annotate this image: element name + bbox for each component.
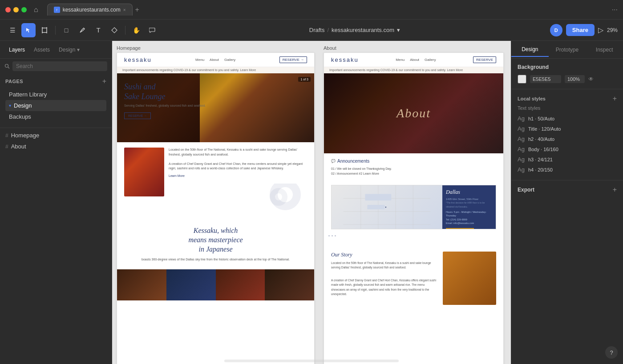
tab-close-btn[interactable]: × [123,8,126,12]
tab-favicon: f [54,7,60,13]
text-style-h4[interactable]: Ag h4 · 20/150 [518,164,617,175]
inspect-tab[interactable]: Inspect [586,43,623,56]
local-styles-title: Local styles [518,96,546,101]
about-layer-item[interactable]: # About [0,141,112,152]
assets-tab[interactable]: Assets [30,45,53,55]
breadcrumb-drafts[interactable]: Drafts [309,27,325,33]
design-panel-tab[interactable]: Design ▾ [55,45,83,55]
breadcrumb-file[interactable]: kessakurestaurants.com [332,27,394,33]
homepage-announcement: Important announcements regarding COVID-… [117,67,314,73]
text-style-body[interactable]: Ag Body · 16/160 [518,144,617,154]
map-section: ▼ Dallas 1405 Elm Street, 50th Floor*The… [331,185,496,229]
frame-tool[interactable] [37,23,52,37]
background-row: E5E5E5 100% 👁 [518,75,617,84]
main-menu-tool[interactable]: ☰ [5,23,20,37]
nav-menu: Menu [195,58,204,62]
layers-tab[interactable]: Layers [5,45,28,55]
panel-tabs: Layers Assets Design ▾ [0,41,112,59]
style-ag-h3: Ag [518,156,525,163]
svg-rect-16 [367,205,384,209]
tool-group-left: ☰ □ T ✋ [5,23,159,37]
homepage-logo: kessaku [124,56,152,63]
layer-label: Homepage [11,132,40,139]
play-button[interactable]: ▷ [598,26,603,34]
hand-tool[interactable]: ✋ [129,23,143,37]
decorative-dots [328,235,336,236]
breadcrumb-arrow[interactable]: ▾ [397,27,400,33]
background-title: Background [518,64,549,70]
pen-tool[interactable] [75,23,89,37]
about-frame[interactable]: kessaku Menu About Gallery RESERVE Impor… [324,52,504,364]
maximize-dot[interactable] [21,7,27,12]
svg-rect-0 [42,28,47,32]
shape-tool[interactable]: □ [59,23,73,37]
browser-tab[interactable]: f kessakurestaurants.com × [47,4,133,16]
announcements-section: 💬 Announcements 01 / We will be closed o… [324,153,503,181]
backups-page-item[interactable]: Backups [5,111,106,122]
announcements-title: 💬 Announcements [331,159,496,164]
bg-visibility-toggle[interactable]: 👁 [588,76,594,82]
homepage-frame[interactable]: kessaku Menu About Gallery RESERVE → Imp… [117,52,315,364]
map-svg: ▼ [332,185,442,229]
canvas[interactable]: Homepage kessaku Menu About Gallery RESE… [112,41,511,364]
design-page-arrow: ▾ [9,103,11,108]
help-button[interactable]: ? [605,346,618,359]
story-image [443,252,496,305]
background-section: Background E5E5E5 100% 👁 [511,59,623,89]
photo-cell-3 [216,269,265,300]
add-page-btn[interactable]: + [102,77,106,85]
style-ag-body: Ag [518,146,525,152]
minimize-dot[interactable] [13,7,19,12]
user-avatar[interactable]: D [550,24,562,36]
photo-cell-2 [166,269,216,300]
frame-icon: # [5,132,8,139]
add-export-btn[interactable]: + [613,186,617,194]
design-tab[interactable]: Design [511,43,549,57]
component-tool[interactable] [107,23,121,37]
share-button[interactable]: Share [566,24,595,36]
text-style-h1[interactable]: Ag h1 · 50/Auto [518,113,617,124]
bg-hex-input[interactable]: E5E5E5 [530,75,561,83]
move-tool[interactable] [21,23,36,37]
canvas-scrollbar[interactable] [224,360,399,362]
close-dot[interactable] [5,7,11,12]
svg-marker-5 [112,28,117,33]
bg-opacity-input[interactable]: 100% [565,75,585,83]
hero-reserve-btn[interactable]: RESERVE → [124,112,151,119]
map-area: ▼ [332,185,442,229]
home-icon[interactable]: ⌂ [34,6,38,14]
export-section: Export + [511,180,623,199]
directions-btn[interactable]: GET DIRECTIONS [446,228,474,229]
text-style-h3[interactable]: Ag h3 · 24/121 [518,154,617,164]
search-input[interactable] [12,61,107,71]
about-deco-area [324,233,503,246]
text-style-title[interactable]: Ag Title · 120/Auto [518,124,617,134]
window-controls[interactable] [5,7,27,12]
text-style-h2[interactable]: Ag h2 · 40/Auto [518,134,617,144]
add-local-style-btn[interactable]: + [613,95,617,103]
new-tab-btn[interactable]: + [135,6,139,14]
style-ag-h2: Ag [518,136,525,142]
homepage-layer-item[interactable]: # Homepage [0,130,112,141]
titlebar-menu-btn[interactable]: ··· [612,6,618,14]
about-frame-label: About [324,45,504,51]
page-label: Backups [9,113,31,120]
nav-gallery: Gallery [224,58,235,62]
homepage-nav: kessaku Menu About Gallery RESERVE → [117,53,314,67]
style-name-h4: h4 · 20/150 [528,167,617,172]
style-ag-h1: Ag [518,115,525,122]
zoom-level[interactable]: 29% [607,27,618,33]
comment-tool[interactable] [145,23,159,37]
svg-point-6 [5,64,8,68]
homepage-frame-wrapper: Homepage kessaku Menu About Gallery RESE… [117,45,315,364]
map-city: Dallas [446,189,492,196]
style-name-h1: h1 · 50/Auto [528,116,617,121]
design-page-item[interactable]: ▾ Design [5,100,106,111]
prototype-tab[interactable]: Prototype [549,43,586,56]
right-panel: Design Prototype Inspect Background E5E5… [511,41,623,364]
bg-color-swatch[interactable] [518,75,526,84]
text-tool[interactable]: T [91,23,105,37]
pattern-library-page-item[interactable]: Pattern Library [5,89,106,100]
canvas-inner: Homepage kessaku Menu About Gallery RESE… [112,41,511,364]
local-styles-section: Local styles + Text styles Ag h1 · 50/Au… [511,89,623,180]
